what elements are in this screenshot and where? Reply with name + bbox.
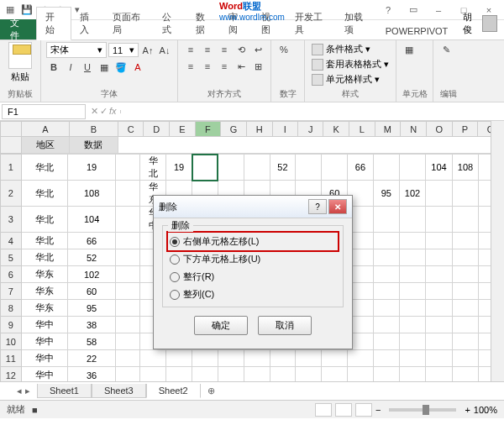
cell[interactable] [166,367,192,382]
cell[interactable] [452,249,479,266]
cell[interactable] [426,283,453,300]
cell[interactable] [322,350,348,367]
col-header-a[interactable]: A [21,122,70,137]
cell[interactable] [399,350,426,367]
zoom-slider[interactable] [389,408,456,412]
conditional-format-button[interactable]: 条件格式▾ [310,42,391,56]
cell[interactable]: 104 [426,155,453,181]
cell[interactable] [426,350,453,367]
cell[interactable] [373,207,399,233]
cell[interactable] [426,317,453,333]
font-size-combo[interactable]: 11▾ [108,43,139,57]
cell[interactable] [399,155,426,181]
cell[interactable]: 华东 [21,283,68,300]
cell[interactable] [115,266,140,283]
cell[interactable] [115,283,140,300]
col-header-p[interactable]: P [452,122,478,137]
cell[interactable] [140,367,166,382]
name-box[interactable]: F1 [2,104,86,119]
indent-dec-icon[interactable]: ⇤ [234,59,249,74]
tab-addin[interactable]: 加载项 [336,8,377,39]
cell[interactable] [373,317,399,333]
cell[interactable] [399,367,426,382]
cell[interactable]: 108 [452,155,479,181]
zoom-out-button[interactable]: − [375,405,381,415]
cell[interactable]: 华中 [21,367,68,382]
tab-file[interactable]: 文件 [0,19,36,39]
cell[interactable]: 华中 [21,333,68,350]
cell[interactable] [373,266,399,283]
cell[interactable] [452,367,479,382]
save-icon[interactable]: 💾 [20,3,34,17]
radio-shift-up[interactable]: 下方单元格上移(U) [168,250,338,268]
tab-home[interactable]: 开始 [36,7,71,40]
align-bottom-icon[interactable]: ≡ [217,42,232,57]
col-header-h[interactable]: H [246,122,272,137]
cell[interactable] [373,367,399,382]
cell[interactable] [296,350,322,367]
cell[interactable]: 华北 [21,207,68,233]
cell[interactable] [373,233,399,249]
cell[interactable]: 华北 [21,249,68,266]
minimize-icon[interactable]: – [427,2,450,18]
sheet-nav-next-icon[interactable]: ▸ [25,386,30,396]
cell[interactable]: 66 [68,233,116,249]
align-middle-icon[interactable]: ≡ [200,42,215,57]
cell[interactable]: 52 [270,155,296,181]
cell[interactable]: 102 [68,266,116,283]
enter-formula-icon[interactable]: ✓ [100,106,108,117]
zoom-level[interactable]: 100% [474,405,497,415]
cell[interactable] [426,249,453,266]
cell[interactable]: 数据 [70,137,118,154]
border-button[interactable]: ▦ [97,60,112,75]
cell-style-button[interactable]: 单元格样式▾ [310,72,391,87]
cell[interactable]: 60 [68,283,116,300]
sheet-tab-1[interactable]: Sheet1 [37,384,92,398]
cell[interactable] [399,233,426,249]
align-center-icon[interactable]: ≡ [200,59,215,74]
cell[interactable]: 95 [373,181,399,207]
cell[interactable]: 华北 [21,181,68,207]
cell[interactable] [426,300,453,317]
cell[interactable] [373,283,399,300]
tab-insert[interactable]: 插入 [71,8,104,39]
view-normal-icon[interactable] [315,403,332,417]
cell[interactable]: 104 [68,207,116,233]
cell[interactable] [218,350,244,367]
view-pagebreak-icon[interactable] [355,403,372,417]
cell[interactable] [218,367,244,382]
tab-dev[interactable]: 开发工具 [286,8,336,39]
cell[interactable]: 102 [399,181,426,207]
cell[interactable] [192,155,218,181]
align-right-icon[interactable]: ≡ [217,59,232,74]
col-header-o[interactable]: O [426,122,452,137]
col-header-k[interactable]: K [323,122,349,137]
cell[interactable] [452,317,479,333]
cell[interactable] [115,233,140,249]
row-header[interactable]: 5 [1,249,22,266]
paste-button[interactable]: 粘贴 [5,42,35,83]
table-format-button[interactable]: 套用表格格式▾ [310,57,391,71]
select-all-corner[interactable] [1,122,22,137]
cell[interactable]: 52 [68,249,116,266]
font-color-button[interactable]: A [130,60,145,75]
cell[interactable] [452,300,479,317]
cell[interactable] [296,367,322,382]
cell[interactable] [270,367,296,382]
sheet-nav-prev-icon[interactable]: ◂ [17,386,22,396]
merge-button[interactable]: ⊞ [250,59,265,74]
cell[interactable] [373,300,399,317]
underline-button[interactable]: U [80,60,95,75]
orientation-icon[interactable]: ⟲ [234,42,249,57]
row-header[interactable]: 8 [1,300,22,317]
cell[interactable] [426,367,453,382]
cell[interactable] [296,155,322,181]
cell[interactable] [115,300,140,317]
col-header-g[interactable]: G [221,122,247,137]
cell[interactable] [140,350,166,367]
ok-button[interactable]: 确定 [194,316,248,335]
radio-entire-col[interactable]: 整列(C) [168,286,338,303]
italic-button[interactable]: I [63,60,78,75]
formula-bar[interactable] [120,110,504,113]
cell[interactable] [115,317,140,333]
